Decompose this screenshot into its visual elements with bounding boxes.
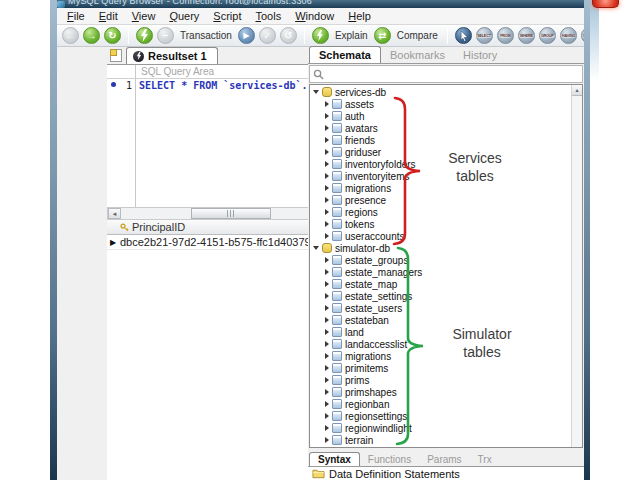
expand-arrow-icon[interactable]: [325, 329, 329, 335]
tree-table-useraccounts[interactable]: useraccounts: [310, 230, 571, 242]
tab-trx[interactable]: Trx: [470, 453, 500, 466]
go-back-button[interactable]: ←: [62, 27, 79, 44]
expand-arrow-icon[interactable]: [325, 401, 329, 407]
query-sphere-order[interactable]: ORDER: [581, 27, 584, 44]
menu-query[interactable]: Query: [162, 9, 206, 23]
tree-table-inventoryitems[interactable]: inventoryitems: [310, 170, 571, 182]
tree-table-presence[interactable]: presence: [310, 194, 571, 206]
title-bar[interactable]: MySQL Query Browser - Connection: root@l…: [50, 0, 590, 8]
syntax-item-label[interactable]: Data Definition Statements: [329, 468, 460, 480]
expand-arrow-icon[interactable]: [325, 137, 329, 143]
tab-params[interactable]: Params: [419, 453, 469, 466]
commit-button[interactable]: ✓: [259, 27, 276, 44]
expand-arrow-icon[interactable]: [325, 161, 329, 167]
expand-arrow-icon[interactable]: [325, 197, 329, 203]
expand-arrow-icon[interactable]: [325, 125, 329, 131]
rollback-button[interactable]: ↺: [280, 27, 297, 44]
go-next-button[interactable]: →: [83, 27, 100, 44]
menu-window[interactable]: Window: [288, 9, 341, 23]
background-close-button[interactable]: [592, 0, 619, 8]
tab-bookmarks[interactable]: Bookmarks: [381, 47, 454, 63]
expand-arrow-icon[interactable]: [325, 221, 329, 227]
tree-table-regions[interactable]: regions: [310, 206, 571, 218]
menu-tools[interactable]: Tools: [248, 9, 288, 23]
tab-syntax[interactable]: Syntax: [309, 452, 360, 466]
tree-table-tokens[interactable]: tokens: [310, 218, 571, 230]
tree-table-auth[interactable]: auth: [310, 110, 571, 122]
schema-search-box[interactable]: [309, 65, 583, 83]
menu-view[interactable]: View: [125, 9, 163, 23]
tree-table-avatars[interactable]: avatars: [310, 122, 571, 134]
refresh-button[interactable]: ↻: [104, 27, 121, 44]
expand-arrow-icon[interactable]: [325, 341, 329, 347]
tree-table-primitems[interactable]: primitems: [310, 362, 571, 374]
tree-table-griduser[interactable]: griduser: [310, 146, 571, 158]
expand-arrow-icon[interactable]: [325, 101, 329, 107]
schema-search-input[interactable]: [327, 67, 582, 81]
query-sphere-where[interactable]: WHERE: [518, 27, 535, 44]
query-sphere-having[interactable]: HAVING: [560, 27, 577, 44]
expand-arrow-icon[interactable]: [325, 269, 329, 275]
new-resultset-icon[interactable]: [110, 49, 122, 62]
expand-arrow-icon[interactable]: [325, 377, 329, 383]
expand-arrow-icon[interactable]: [325, 317, 329, 323]
query-sphere-select[interactable]: SELECT: [476, 27, 493, 44]
tree-table-regionban[interactable]: regionban: [310, 398, 571, 410]
tree-table-prims[interactable]: prims: [310, 374, 571, 386]
expand-arrow-icon[interactable]: [325, 305, 329, 311]
collapse-arrow-icon[interactable]: [313, 90, 319, 94]
expand-arrow-icon[interactable]: [325, 437, 329, 443]
expand-arrow-icon[interactable]: [325, 353, 329, 359]
tab-schemata[interactable]: Schemata: [309, 46, 381, 63]
explain-button[interactable]: [312, 27, 329, 44]
expand-arrow-icon[interactable]: [325, 149, 329, 155]
query-sphere-group[interactable]: GROUP: [539, 27, 556, 44]
start-transaction-button[interactable]: ▶: [238, 27, 255, 44]
stop-button[interactable]: −: [157, 27, 174, 44]
tree-table-landaccesslist[interactable]: landaccesslist: [310, 338, 571, 350]
tree-schema-simulator-db[interactable]: simulator-db: [310, 242, 571, 254]
menu-script[interactable]: Script: [206, 9, 248, 23]
scroll-left-button[interactable]: ◂: [108, 208, 121, 219]
tree-table-migrations[interactable]: migrations: [310, 182, 571, 194]
tree-table-estate_users[interactable]: estate_users: [310, 302, 571, 314]
collapse-arrow-icon[interactable]: [313, 246, 319, 250]
pointer-tool-button[interactable]: [455, 27, 472, 44]
tab-functions[interactable]: Functions: [360, 453, 419, 466]
tree-table-primshapes[interactable]: primshapes: [310, 386, 571, 398]
tree-table-friends[interactable]: friends: [310, 134, 571, 146]
expand-arrow-icon[interactable]: [325, 365, 329, 371]
tree-table-estate_map[interactable]: estate_map: [310, 278, 571, 290]
expand-arrow-icon[interactable]: [325, 209, 329, 215]
execute-button[interactable]: [136, 27, 153, 44]
query-sphere-from[interactable]: FROM: [497, 27, 514, 44]
cell-principalid[interactable]: dbce2b21-97d2-4151-b575-ffc1d4037908: [120, 236, 325, 248]
menu-file[interactable]: File: [60, 9, 92, 23]
expand-arrow-icon[interactable]: [325, 281, 329, 287]
tree-table-migrations[interactable]: migrations: [310, 350, 571, 362]
expand-arrow-icon[interactable]: [325, 113, 329, 119]
scrollbar-thumb[interactable]: [191, 208, 271, 219]
expand-arrow-icon[interactable]: [325, 293, 329, 299]
tree-table-estate_managers[interactable]: estate_managers: [310, 266, 571, 278]
schema-tree[interactable]: services-dbassetsauthavatarsfriendsgridu…: [309, 84, 583, 448]
tree-table-estate_groups[interactable]: estate_groups: [310, 254, 571, 266]
expand-arrow-icon[interactable]: [325, 173, 329, 179]
expand-arrow-icon[interactable]: [325, 413, 329, 419]
tree-scrollbar[interactable]: ▴: [571, 85, 582, 447]
tree-table-land[interactable]: land: [310, 326, 571, 338]
compare-button[interactable]: ⇄: [374, 27, 391, 44]
tree-table-estate_settings[interactable]: estate_settings: [310, 290, 571, 302]
column-header-principalid[interactable]: PrincipalID: [107, 221, 325, 233]
expand-arrow-icon[interactable]: [325, 233, 329, 239]
menu-edit[interactable]: Edit: [92, 9, 125, 23]
expand-arrow-icon[interactable]: [325, 257, 329, 263]
tree-table-terrain[interactable]: terrain: [310, 434, 571, 446]
tree-table-estateban[interactable]: estateban: [310, 314, 571, 326]
menu-help[interactable]: Help: [341, 9, 378, 23]
tree-table-regionsettings[interactable]: regionsettings: [310, 410, 571, 422]
tree-table-assets[interactable]: assets: [310, 98, 571, 110]
tab-resultset-1[interactable]: Resultset 1: [126, 47, 218, 64]
expand-arrow-icon[interactable]: [325, 185, 329, 191]
tree-schema-services-db[interactable]: services-db: [310, 86, 571, 98]
